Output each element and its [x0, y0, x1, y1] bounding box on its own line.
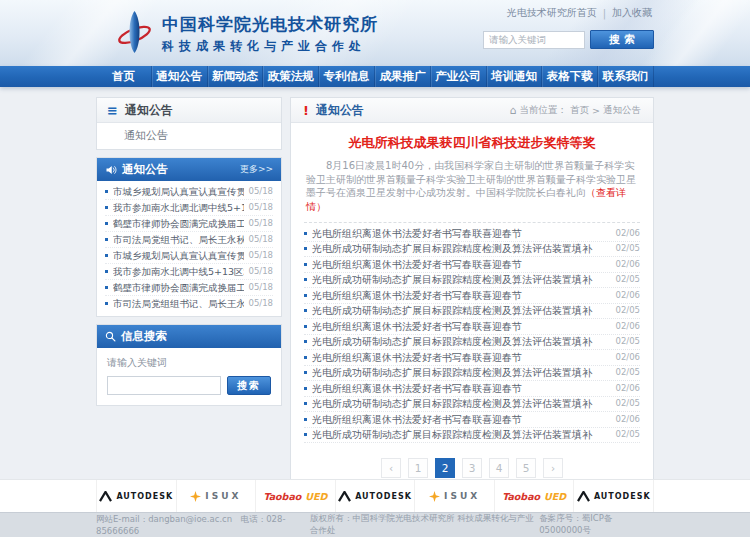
bullet-icon: [105, 222, 108, 225]
isux-star-icon: [190, 491, 201, 502]
header-search: 搜索: [483, 30, 654, 49]
site-subtitle: 科技成果转化与产业合作处: [162, 38, 378, 55]
partner-logo-text: UED: [305, 491, 327, 502]
partner-logo-isux: ISUX: [415, 480, 495, 512]
notice-date: 02/06: [616, 290, 641, 302]
partner-strip: AUTODESKISUXTaobaoUEDAUTODESKISUXTaobaoU…: [0, 479, 750, 512]
page-button[interactable]: 4: [489, 458, 509, 478]
notice-row: 光电所组织离退休书法爱好者书写春联喜迎春节 02/06: [304, 226, 640, 242]
sidebar: ≡ 通知公告 通知公告 通知公告 更多>> 市城乡规划局认真宣认真宣传贯彻点加.…: [96, 97, 282, 413]
bullet-icon: [304, 340, 307, 343]
nav-item[interactable]: 产业公司: [431, 66, 487, 87]
speaker-icon: [105, 164, 117, 176]
notice-link[interactable]: 光电所成功研制动态扩展目标跟踪精度检测及算法评估装置填补: [312, 398, 610, 410]
sidebar-notice-link[interactable]: 市城乡规划局认真宣认真宣传贯彻点加..: [113, 186, 244, 197]
sidebar-notice-date: 05/18: [249, 266, 274, 277]
footer-copyright: 版权所有：中国科学院光电技术研究所 科技成果转化与产业合作处: [310, 513, 539, 537]
sidebar-notice-row: 鹤壁市律师协会圆满完成换届工工 工作 05/18: [105, 280, 273, 296]
notice-row: 光电所组织离退休书法爱好者书写春联喜迎春节 02/06: [304, 381, 640, 397]
logo-emblem-icon: [116, 10, 153, 58]
keyword-input[interactable]: [107, 376, 221, 395]
bullet-icon: [304, 232, 307, 235]
breadcrumb-home-link[interactable]: 首页: [570, 104, 589, 117]
nav-item[interactable]: 政策法规: [263, 66, 319, 87]
notice-link[interactable]: 光电所成功研制动态扩展目标跟踪精度检测及算法评估装置填补: [312, 305, 610, 317]
partner-logo-text: AUTODESK: [594, 492, 651, 501]
autodesk-mark-icon: [338, 491, 351, 502]
partner-logo-text: Taobao: [263, 491, 301, 502]
notice-link[interactable]: 光电所组织离退休书法爱好者书写春联喜迎春节: [312, 228, 610, 240]
sidebar-notice-title: 通知公告: [122, 162, 168, 177]
nav-item[interactable]: 新闻动态: [208, 66, 264, 87]
notice-link[interactable]: 光电所成功研制动态扩展目标跟踪精度检测及算法评估装置填补: [312, 367, 610, 379]
featured-article-body: 8月16日凌晨1时40分，由我国科学家自主研制的世界首颗量子科学实验卫主研制的世…: [306, 159, 638, 213]
notice-row: 光电所组织离退休书法爱好者书写春联喜迎春节 02/06: [304, 288, 640, 304]
notice-link[interactable]: 光电所成功研制动态扩展目标跟踪精度检测及算法评估装置填补: [312, 274, 610, 286]
sidebar-notice-row: 我市参加南水北调北调中线5+13区域旅游 05/18: [105, 200, 273, 216]
notice-link[interactable]: 光电所组织离退休书法爱好者书写春联喜迎春节: [312, 352, 610, 364]
bullet-icon: [304, 247, 307, 250]
sidebar-menu-header: ≡ 通知公告: [97, 98, 281, 123]
breadcrumb: ⌂ 当前位置： 首页 > 通知公告: [510, 104, 641, 117]
nav-item[interactable]: 通知公告: [152, 66, 208, 87]
page-button[interactable]: 1: [408, 458, 428, 478]
notice-date: 02/06: [616, 259, 641, 271]
page-button-active[interactable]: 2: [435, 458, 455, 478]
sidebar-notice-link[interactable]: 市司法局党组组书记、局长王永秋到: [113, 298, 244, 309]
add-favorite-link[interactable]: 加入收藏: [612, 6, 652, 20]
notice-link[interactable]: 光电所组织离退休书法爱好者书写春联喜迎春节: [312, 414, 610, 426]
sidebar-notice-link[interactable]: 我市参加南水北调北调中线5+13区域旅游: [113, 202, 244, 213]
notice-link[interactable]: 光电所组织离退休书法爱好者书写春联喜迎春节: [312, 259, 610, 271]
sidebar-notice-link[interactable]: 我市参加南水北调中线5+13区域旅游: [113, 266, 244, 277]
notice-date: 02/06: [616, 414, 641, 426]
notice-date: 02/06: [616, 321, 641, 333]
notice-link[interactable]: 光电所组织离退休书法爱好者书写春联喜迎春节: [312, 290, 610, 302]
notice-row: 光电所组织离退休书法爱好者书写春联喜迎春节 02/06: [304, 350, 640, 366]
notice-row: 光电所组织离退休书法爱好者书写春联喜迎春节 02/06: [304, 412, 640, 428]
search-input[interactable]: [483, 31, 585, 49]
notice-link[interactable]: 光电所组织离退休书法爱好者书写春联喜迎春节: [312, 321, 610, 333]
notice-link[interactable]: 光电所成功研制动态扩展目标跟踪精度检测及算法评估装置填补: [312, 336, 610, 348]
page-button[interactable]: ‹: [381, 458, 401, 478]
nav-item[interactable]: 首页: [96, 66, 152, 87]
partner-logo-text: UED: [544, 491, 566, 502]
featured-article-title[interactable]: 光电所科技成果获四川省科技进步奖特等奖: [306, 134, 638, 152]
notice-link[interactable]: 光电所组织离退休书法爱好者书写春联喜迎春节: [312, 383, 610, 395]
notice-date: 02/05: [616, 367, 641, 379]
nav-item[interactable]: 表格下载: [542, 66, 598, 87]
partner-logo-taobao: TaobaoUED: [256, 480, 336, 512]
notice-link[interactable]: 光电所成功研制动态扩展目标跟踪精度检测及算法评估装置填补: [312, 429, 610, 441]
sidebar-search-button[interactable]: 搜索: [227, 376, 271, 395]
notice-date: 02/05: [616, 243, 641, 255]
sidebar-notice-link[interactable]: 鹤壁市律师协会圆满完成换届工作: [113, 218, 244, 229]
nav-item[interactable]: 专利信息: [319, 66, 375, 87]
breadcrumb-current[interactable]: 通知公告: [603, 104, 641, 117]
notice-date: 02/05: [616, 336, 641, 348]
page-button[interactable]: ›: [543, 458, 563, 478]
sidebar-notice-row: 市城乡规划局认真宣认真宣传贯彻点加.. 05/18: [105, 184, 273, 200]
notice-date: 02/05: [616, 429, 641, 441]
sidebar-menu-item-notices[interactable]: 通知公告: [97, 123, 281, 149]
notice-row: 光电所组织离退休书法爱好者书写春联喜迎春节 02/06: [304, 257, 640, 273]
nav-item[interactable]: 联系我们: [598, 66, 654, 87]
sidebar-notice-link[interactable]: 鹤壁市律师协会圆满完成换届工工 工作: [113, 282, 244, 293]
nav-item[interactable]: 成果推广: [375, 66, 431, 87]
partner-logo-text: ISUX: [205, 491, 241, 501]
breadcrumb-prefix: 当前位置：: [520, 104, 568, 117]
page-button[interactable]: 5: [516, 458, 536, 478]
sidebar-notice-link[interactable]: 市司法局党组书记、局长王永秋到: [113, 234, 244, 245]
institute-home-link[interactable]: 光电技术研究所首页: [507, 6, 597, 20]
sidebar-search-body: 请输入关键词 搜索: [97, 348, 281, 405]
partner-logo-text: AUTODESK: [355, 492, 412, 501]
sidebar-notice-row: 市司法局党组书记、局长王永秋到 05/18: [105, 232, 273, 248]
sidebar-notice-link[interactable]: 市城乡规划局认真宣认真宣传贯彻点加..: [113, 250, 244, 261]
nav-menu: 首页通知公告新闻动态政策法规专利信息成果推广产业公司培训通知表格下载联系我们: [96, 66, 654, 87]
page-button[interactable]: 3: [462, 458, 482, 478]
notice-link[interactable]: 光电所成功研制动态扩展目标跟踪精度检测及算法评估装置填补: [312, 243, 610, 255]
more-link[interactable]: 更多>>: [240, 163, 273, 176]
search-button[interactable]: 搜索: [590, 30, 654, 49]
sidebar-notice-row: 市城乡规划局认真宣认真宣传贯彻点加.. 05/18: [105, 248, 273, 264]
content: ≡ 通知公告 通知公告 通知公告 更多>> 市城乡规划局认真宣认真宣传贯彻点加.…: [96, 97, 654, 495]
nav-item[interactable]: 培训通知: [487, 66, 543, 87]
notice-date: 02/05: [616, 305, 641, 317]
